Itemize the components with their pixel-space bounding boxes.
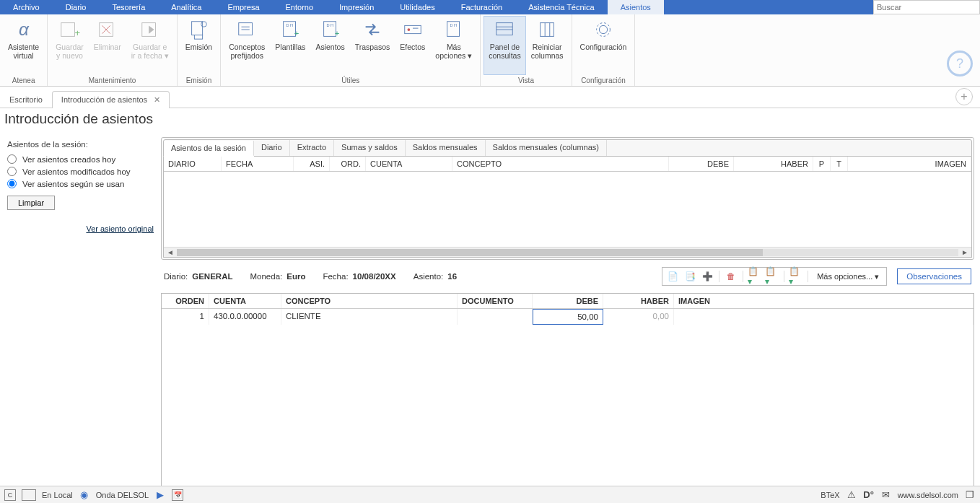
tb-mas-opciones[interactable]: Más opciones... ▾ [813, 272, 883, 281]
tb-doc2-icon[interactable]: 📋▾ [765, 269, 779, 284]
tb-doc1-icon[interactable]: 📋▾ [748, 269, 762, 284]
col2-orden[interactable]: ORDEN [162, 294, 209, 308]
col-debe[interactable]: DEBE [669, 157, 734, 171]
calendar-icon[interactable]: 📅 [172, 489, 183, 501]
status-c-icon[interactable]: C [4, 489, 16, 501]
eliminar-button[interactable]: Eliminar [89, 16, 126, 75]
asistente-virtual-button[interactable]: α Asistente virtual [3, 16, 44, 75]
conceptos-button[interactable]: Conceptos prefijados [224, 16, 270, 75]
menu-asientos[interactable]: Asientos [608, 0, 664, 14]
tb-dup-icon[interactable]: 📑 [683, 269, 697, 284]
menu-analitica[interactable]: Analítica [158, 0, 214, 14]
col-fecha[interactable]: FECHA [222, 157, 294, 171]
emision-button[interactable]: Emisión [180, 16, 217, 75]
status-url[interactable]: www.sdelsol.com [898, 491, 958, 499]
subtab-extracto[interactable]: Extracto [290, 140, 334, 156]
radio-creados-hoy[interactable]: Ver asientos creados hoy [7, 154, 154, 164]
radio-segun-usan[interactable]: Ver asientos según se usan [7, 179, 154, 188]
col2-imagen[interactable]: IMAGEN [674, 294, 974, 308]
reiniciar-columnas-button[interactable]: Reiniciar columnas [526, 16, 569, 75]
status-en-local: En Local [42, 491, 73, 499]
tab-introduccion[interactable]: Introducción de asientos ✕ [52, 91, 170, 108]
col-imagen[interactable]: IMAGEN [848, 157, 971, 171]
subtab-saldos-columnas[interactable]: Saldos mensuales (columnas) [486, 140, 607, 156]
warn-icon[interactable]: ⚠ [846, 489, 857, 501]
cell-debe[interactable]: 50,00 [533, 309, 603, 325]
signal-icon[interactable]: ◉ [79, 489, 90, 501]
h-scrollbar[interactable]: ◄ ► [164, 247, 971, 257]
observaciones-button[interactable]: Observaciones [897, 268, 971, 284]
scroll-thumb[interactable] [177, 249, 763, 256]
subtab-sumas[interactable]: Sumas y saldos [334, 140, 406, 156]
subtab-diario[interactable]: Diario [254, 140, 290, 156]
tab-escritorio[interactable]: Escritorio [0, 91, 52, 108]
panel-consultas-button[interactable]: Panel de consultas [484, 16, 525, 75]
guardar-nuevo-button[interactable]: + Guardar y nuevo [51, 16, 89, 75]
play-icon[interactable]: ▶ [154, 489, 166, 501]
cell-concepto[interactable]: CLIENTE [281, 309, 458, 325]
help-button[interactable]: ? [947, 51, 973, 76]
group-emision: Emisión [180, 75, 217, 86]
tb-new-icon[interactable]: 📄 [665, 269, 680, 284]
traspasos-button[interactable]: Traspasos [350, 16, 395, 75]
cell-cuenta[interactable]: 430.0.0.00000 [209, 309, 281, 325]
radio-modificados-hoy[interactable]: Ver asientos modificados hoy [7, 167, 154, 176]
cell-imagen[interactable] [674, 309, 974, 325]
menu-asistencia[interactable]: Asistencia Técnica [515, 0, 608, 14]
subtab-sesion[interactable]: Asientos de la sesión [164, 141, 254, 157]
col-ord[interactable]: ORD. [330, 157, 366, 171]
menu-archivo[interactable]: Archivo [0, 0, 53, 14]
col2-haber[interactable]: HABER [603, 294, 674, 308]
col-haber[interactable]: HABER [734, 157, 813, 171]
col-cuenta[interactable]: CUENTA [366, 157, 452, 171]
guardar-ir-fecha-button[interactable]: Guardar e ir a fecha ▾ [126, 16, 174, 75]
menu-utilidades[interactable]: Utilidades [387, 0, 447, 14]
scroll-left-icon[interactable]: ◄ [167, 248, 174, 256]
col-asi[interactable]: ASI. [294, 157, 330, 171]
menu-facturacion[interactable]: Facturación [448, 0, 515, 14]
menu-diario[interactable]: Diario [53, 0, 100, 14]
add-tab-button[interactable]: + [955, 88, 973, 105]
mas-opciones-button[interactable]: D H Más opciones ▾ [430, 16, 477, 75]
menu-impresion[interactable]: Impresión [326, 0, 387, 14]
scroll-right-icon[interactable]: ► [961, 248, 968, 256]
d-icon[interactable]: D° [863, 489, 875, 501]
tb-add-icon[interactable]: ➕ [700, 269, 714, 284]
col2-cuenta[interactable]: CUENTA [209, 294, 281, 308]
col2-debe[interactable]: DEBE [533, 294, 603, 308]
col-concepto[interactable]: CONCEPTO [452, 157, 669, 171]
document-tabs: Escritorio Introducción de asientos ✕ + [0, 87, 980, 108]
efectos-button[interactable]: Efectos [395, 16, 430, 75]
col-t[interactable]: T [831, 157, 848, 171]
asientos-button[interactable]: D H+ Asientos [310, 16, 349, 75]
session-grid-header: DIARIO FECHA ASI. ORD. CUENTA CONCEPTO D… [164, 157, 971, 172]
window-icon[interactable]: ❐ [964, 489, 976, 501]
limpiar-button[interactable]: Limpiar [7, 196, 55, 210]
close-icon[interactable]: ✕ [154, 95, 160, 104]
info-row: Diario: GENERAL Moneda: Euro Fecha: 10/0… [161, 260, 974, 293]
search-box[interactable] [873, 0, 980, 14]
col2-concepto[interactable]: CONCEPTO [281, 294, 458, 308]
col-p[interactable]: P [813, 157, 831, 171]
search-input[interactable] [877, 3, 976, 12]
moneda-label: Moneda: [250, 272, 282, 281]
plantillas-button[interactable]: D H+ Plantillas [270, 16, 310, 75]
status-box-icon[interactable] [22, 489, 36, 501]
subtab-saldos-mensuales[interactable]: Saldos mensuales [406, 140, 486, 156]
cell-haber[interactable]: 0,00 [603, 309, 674, 325]
menu-empresa[interactable]: Empresa [214, 0, 272, 14]
menu-entorno[interactable]: Entorno [273, 0, 327, 14]
configuracion-button[interactable]: Configuración [575, 16, 632, 75]
ver-asiento-original-link[interactable]: Ver asiento original [86, 224, 154, 233]
tb-doc3-icon[interactable]: 📋▾ [789, 269, 803, 284]
col2-documento[interactable]: DOCUMENTO [458, 294, 533, 308]
menu-tesoreria[interactable]: Tesorería [99, 0, 158, 14]
tb-delete-icon[interactable]: 🗑 [724, 269, 738, 284]
radio-label: Ver asientos según se usan [22, 180, 124, 188]
table-row[interactable]: 1 430.0.0.00000 CLIENTE 50,00 0,00 [162, 309, 974, 325]
mail-icon[interactable]: ✉ [880, 489, 892, 501]
col-diario[interactable]: DIARIO [164, 157, 222, 171]
cell-documento[interactable] [458, 309, 533, 325]
session-grid-body[interactable] [164, 172, 971, 247]
entry-grid: ORDEN CUENTA CONCEPTO DOCUMENTO DEBE HAB… [161, 293, 974, 490]
